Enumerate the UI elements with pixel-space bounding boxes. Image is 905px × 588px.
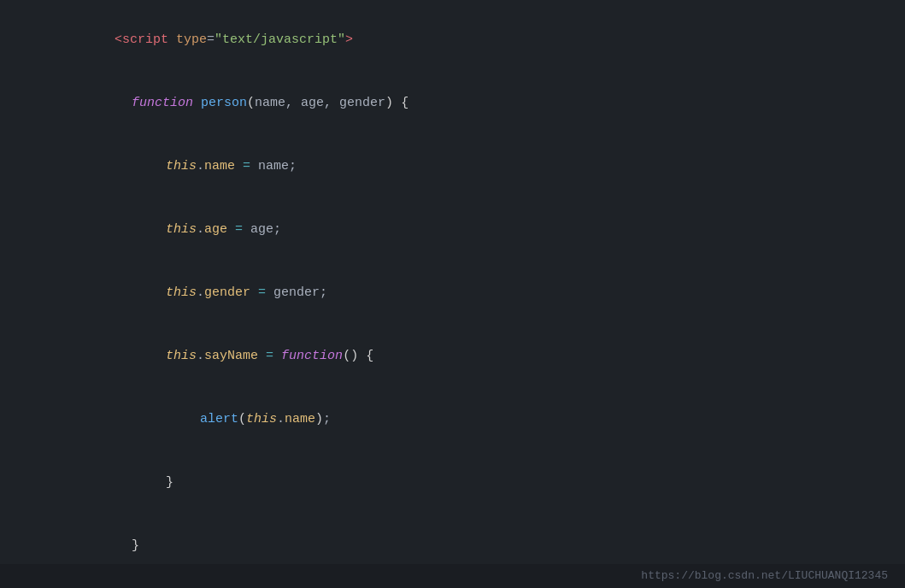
token-dot: . [197, 349, 204, 363]
code-line-4: this.age = age; [0, 198, 905, 262]
line-content: function person(name, age, gender) { [51, 73, 905, 134]
token-this: this [166, 349, 197, 363]
token-val: name; [250, 159, 297, 173]
token-brace: } [132, 538, 139, 553]
token-eq: = [207, 32, 214, 47]
token-brace: { [401, 96, 408, 110]
token-eq: = [258, 285, 266, 300]
token-prop: name [204, 159, 235, 173]
line-content: <script type="text/javascript"> [51, 9, 905, 71]
code-line-2: function person(name, age, gender) { [0, 72, 905, 135]
code-line-6: this.sayName = function() { [0, 325, 905, 388]
token-space [258, 349, 266, 363]
token-attr-val: "text/javascript" [214, 32, 345, 47]
token-dot: . [277, 412, 285, 426]
token-prop: name [285, 412, 315, 426]
token-space [227, 222, 235, 237]
code-line-7: alert(this.name); [0, 388, 905, 451]
token-space3 [358, 349, 366, 363]
line-content: this.gender = gender; [51, 262, 905, 324]
token-tag-close: > [345, 32, 353, 47]
token-brace: { [366, 349, 373, 363]
token-dot: . [197, 222, 204, 237]
line-content: this.sayName = function() { [51, 326, 905, 387]
token-dot: . [197, 285, 204, 300]
token-funcname: person [201, 96, 247, 110]
token-tag: <script [115, 32, 176, 47]
token-this: this [166, 159, 197, 173]
token-this: this [166, 285, 197, 300]
token-this: this [246, 412, 277, 426]
token-val: gender; [266, 285, 327, 300]
token-val: age; [243, 222, 281, 237]
token-paren-close: ) [385, 96, 393, 110]
token-function: function [132, 96, 201, 110]
token-paren: ( [238, 412, 246, 426]
token-eq: = [243, 159, 250, 173]
code-line-5: this.gender = gender; [0, 262, 905, 325]
line-content: alert(this.name); [51, 389, 905, 450]
line-content: this.name = name; [51, 136, 905, 197]
footer: https://blog.csdn.net/LIUCHUANQI12345 [0, 564, 905, 588]
token-attr: type [176, 32, 207, 47]
token-paren: () [343, 349, 358, 363]
token-eq: = [266, 349, 273, 363]
token-paren-close: ) [315, 412, 323, 426]
code-editor: <script type="text/javascript"> function… [0, 0, 905, 588]
token-paren: ( [247, 96, 255, 110]
token-space [235, 159, 243, 173]
token-prop: sayName [204, 349, 258, 363]
token-space [393, 96, 401, 110]
token-space [250, 285, 258, 300]
token-eq: = [235, 222, 243, 237]
token-prop: gender [204, 285, 250, 300]
token-dot: . [197, 159, 204, 173]
footer-url: https://blog.csdn.net/LIUCHUANQI12345 [641, 567, 888, 585]
line-content: } [51, 452, 905, 514]
token-brace: } [166, 475, 173, 490]
code-line-1: <script type="text/javascript"> [0, 9, 905, 72]
code-line-3: this.name = name; [0, 135, 905, 198]
token-this: this [166, 222, 197, 237]
token-params: name, age, gender [255, 96, 385, 110]
token-alert: alert [200, 412, 238, 426]
token-prop: age [204, 222, 227, 237]
token-function: function [281, 349, 343, 363]
token-semi: ; [323, 412, 331, 426]
code-line-8: } [0, 451, 905, 514]
line-content: this.age = age; [51, 199, 905, 261]
token-space2 [273, 349, 281, 363]
